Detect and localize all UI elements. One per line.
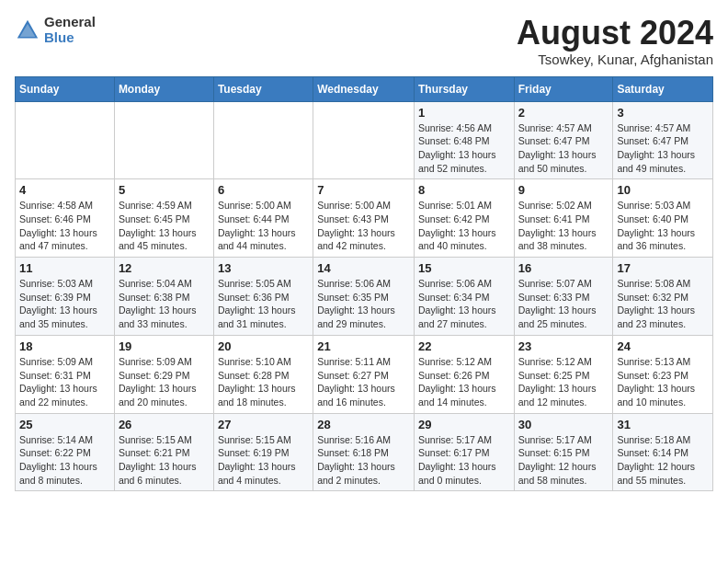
- day-info: Sunrise: 5:08 AM Sunset: 6:32 PM Dayligh…: [617, 277, 709, 331]
- calendar-week-row: 4Sunrise: 4:58 AM Sunset: 6:46 PM Daylig…: [16, 179, 713, 258]
- calendar-cell: [16, 101, 115, 179]
- day-number: 27: [218, 418, 309, 431]
- day-info: Sunrise: 5:14 AM Sunset: 6:22 PM Dayligh…: [19, 433, 110, 488]
- day-number: 10: [617, 183, 709, 197]
- day-info: Sunrise: 5:02 AM Sunset: 6:41 PM Dayligh…: [518, 199, 609, 253]
- calendar-cell: 29Sunrise: 5:17 AM Sunset: 6:17 PM Dayli…: [414, 413, 514, 491]
- day-number: 4: [19, 183, 110, 197]
- weekday-header-row: SundayMondayTuesdayWednesdayThursdayFrid…: [16, 76, 713, 101]
- weekday-header-sunday: Sunday: [16, 76, 115, 101]
- day-number: 20: [218, 339, 309, 353]
- day-number: 15: [418, 261, 510, 275]
- calendar-week-row: 1Sunrise: 4:56 AM Sunset: 6:48 PM Daylig…: [16, 101, 713, 179]
- day-info: Sunrise: 5:07 AM Sunset: 6:33 PM Dayligh…: [518, 277, 609, 331]
- day-info: Sunrise: 5:09 AM Sunset: 6:29 PM Dayligh…: [119, 355, 210, 409]
- day-info: Sunrise: 5:00 AM Sunset: 6:43 PM Dayligh…: [317, 199, 410, 253]
- day-info: Sunrise: 4:59 AM Sunset: 6:45 PM Dayligh…: [119, 199, 210, 253]
- calendar-cell: 28Sunrise: 5:16 AM Sunset: 6:18 PM Dayli…: [313, 413, 415, 491]
- calendar-cell: 7Sunrise: 5:00 AM Sunset: 6:43 PM Daylig…: [313, 179, 415, 258]
- day-info: Sunrise: 5:13 AM Sunset: 6:23 PM Dayligh…: [617, 355, 709, 409]
- day-number: 19: [119, 339, 210, 353]
- day-number: 14: [317, 261, 410, 275]
- page-title: August 2024: [517, 15, 713, 52]
- day-info: Sunrise: 5:11 AM Sunset: 6:27 PM Dayligh…: [317, 355, 410, 409]
- day-info: Sunrise: 5:01 AM Sunset: 6:42 PM Dayligh…: [418, 199, 510, 253]
- calendar-cell: 6Sunrise: 5:00 AM Sunset: 6:44 PM Daylig…: [213, 179, 313, 258]
- day-number: 16: [518, 261, 609, 275]
- page-header: General Blue August 2024 Tsowkey, Kunar,…: [15, 15, 713, 67]
- day-info: Sunrise: 5:03 AM Sunset: 6:40 PM Dayligh…: [617, 199, 709, 253]
- logo-icon: [15, 17, 40, 43]
- day-info: Sunrise: 5:17 AM Sunset: 6:17 PM Dayligh…: [418, 433, 510, 488]
- calendar-cell: 20Sunrise: 5:10 AM Sunset: 6:28 PM Dayli…: [213, 335, 313, 413]
- calendar-cell: 9Sunrise: 5:02 AM Sunset: 6:41 PM Daylig…: [514, 179, 613, 258]
- day-number: 11: [19, 261, 110, 275]
- day-info: Sunrise: 5:17 AM Sunset: 6:15 PM Dayligh…: [518, 433, 609, 488]
- day-info: Sunrise: 5:00 AM Sunset: 6:44 PM Dayligh…: [218, 199, 309, 253]
- calendar-cell: 19Sunrise: 5:09 AM Sunset: 6:29 PM Dayli…: [114, 335, 213, 413]
- day-number: 9: [518, 183, 609, 197]
- logo-blue-text: Blue: [44, 30, 96, 46]
- calendar-cell: 30Sunrise: 5:17 AM Sunset: 6:15 PM Dayli…: [514, 413, 613, 491]
- calendar-cell: 23Sunrise: 5:12 AM Sunset: 6:25 PM Dayli…: [514, 335, 613, 413]
- calendar-cell: 12Sunrise: 5:04 AM Sunset: 6:38 PM Dayli…: [114, 258, 213, 336]
- calendar-week-row: 11Sunrise: 5:03 AM Sunset: 6:39 PM Dayli…: [16, 258, 713, 336]
- day-number: 8: [418, 183, 510, 197]
- calendar-cell: 13Sunrise: 5:05 AM Sunset: 6:36 PM Dayli…: [213, 258, 313, 336]
- day-number: 12: [119, 261, 210, 275]
- day-info: Sunrise: 4:57 AM Sunset: 6:47 PM Dayligh…: [617, 121, 709, 176]
- logo-general-text: General: [44, 15, 96, 30]
- calendar-cell: 5Sunrise: 4:59 AM Sunset: 6:45 PM Daylig…: [114, 179, 213, 258]
- calendar-cell: 2Sunrise: 4:57 AM Sunset: 6:47 PM Daylig…: [514, 101, 613, 179]
- calendar-cell: 24Sunrise: 5:13 AM Sunset: 6:23 PM Dayli…: [613, 335, 713, 413]
- calendar-cell: 22Sunrise: 5:12 AM Sunset: 6:26 PM Dayli…: [414, 335, 514, 413]
- day-number: 25: [19, 418, 110, 431]
- day-info: Sunrise: 5:06 AM Sunset: 6:34 PM Dayligh…: [418, 277, 510, 331]
- day-number: 3: [617, 106, 709, 120]
- calendar-cell: 25Sunrise: 5:14 AM Sunset: 6:22 PM Dayli…: [16, 413, 115, 491]
- calendar-cell: [313, 101, 415, 179]
- calendar-cell: 3Sunrise: 4:57 AM Sunset: 6:47 PM Daylig…: [613, 101, 713, 179]
- weekday-header-friday: Friday: [514, 76, 613, 101]
- calendar-cell: 10Sunrise: 5:03 AM Sunset: 6:40 PM Dayli…: [613, 179, 713, 258]
- calendar-cell: 16Sunrise: 5:07 AM Sunset: 6:33 PM Dayli…: [514, 258, 613, 336]
- calendar-cell: 31Sunrise: 5:18 AM Sunset: 6:14 PM Dayli…: [613, 413, 713, 491]
- day-info: Sunrise: 5:15 AM Sunset: 6:21 PM Dayligh…: [119, 433, 210, 488]
- weekday-header-saturday: Saturday: [613, 76, 713, 101]
- day-info: Sunrise: 5:15 AM Sunset: 6:19 PM Dayligh…: [218, 433, 309, 488]
- calendar-cell: 1Sunrise: 4:56 AM Sunset: 6:48 PM Daylig…: [414, 101, 514, 179]
- day-info: Sunrise: 5:12 AM Sunset: 6:26 PM Dayligh…: [418, 355, 510, 409]
- calendar-cell: 11Sunrise: 5:03 AM Sunset: 6:39 PM Dayli…: [16, 258, 115, 336]
- day-number: 2: [518, 106, 609, 120]
- day-info: Sunrise: 5:03 AM Sunset: 6:39 PM Dayligh…: [19, 277, 110, 331]
- day-number: 30: [518, 418, 609, 431]
- day-info: Sunrise: 4:58 AM Sunset: 6:46 PM Dayligh…: [19, 199, 110, 253]
- page-subtitle: Tsowkey, Kunar, Afghanistan: [517, 52, 713, 67]
- logo-text: General Blue: [44, 15, 96, 45]
- calendar-cell: [114, 101, 213, 179]
- day-number: 28: [317, 418, 410, 431]
- calendar-cell: 14Sunrise: 5:06 AM Sunset: 6:35 PM Dayli…: [313, 258, 415, 336]
- day-number: 13: [218, 261, 309, 275]
- weekday-header-tuesday: Tuesday: [213, 76, 313, 101]
- day-number: 18: [19, 339, 110, 353]
- day-info: Sunrise: 4:56 AM Sunset: 6:48 PM Dayligh…: [418, 121, 510, 176]
- day-number: 31: [617, 418, 709, 431]
- calendar-week-row: 18Sunrise: 5:09 AM Sunset: 6:31 PM Dayli…: [16, 335, 713, 413]
- day-number: 24: [617, 339, 709, 353]
- title-block: August 2024 Tsowkey, Kunar, Afghanistan: [517, 15, 713, 67]
- day-info: Sunrise: 5:06 AM Sunset: 6:35 PM Dayligh…: [317, 277, 410, 331]
- day-info: Sunrise: 5:09 AM Sunset: 6:31 PM Dayligh…: [19, 355, 110, 409]
- logo: General Blue: [15, 15, 96, 45]
- calendar-cell: 17Sunrise: 5:08 AM Sunset: 6:32 PM Dayli…: [613, 258, 713, 336]
- day-number: 7: [317, 183, 410, 197]
- day-info: Sunrise: 5:16 AM Sunset: 6:18 PM Dayligh…: [317, 433, 410, 488]
- day-info: Sunrise: 5:12 AM Sunset: 6:25 PM Dayligh…: [518, 355, 609, 409]
- day-info: Sunrise: 5:05 AM Sunset: 6:36 PM Dayligh…: [218, 277, 309, 331]
- calendar-table: SundayMondayTuesdayWednesdayThursdayFrid…: [15, 76, 713, 492]
- day-info: Sunrise: 5:10 AM Sunset: 6:28 PM Dayligh…: [218, 355, 309, 409]
- weekday-header-monday: Monday: [114, 76, 213, 101]
- calendar-cell: 27Sunrise: 5:15 AM Sunset: 6:19 PM Dayli…: [213, 413, 313, 491]
- day-number: 6: [218, 183, 309, 197]
- weekday-header-thursday: Thursday: [414, 76, 514, 101]
